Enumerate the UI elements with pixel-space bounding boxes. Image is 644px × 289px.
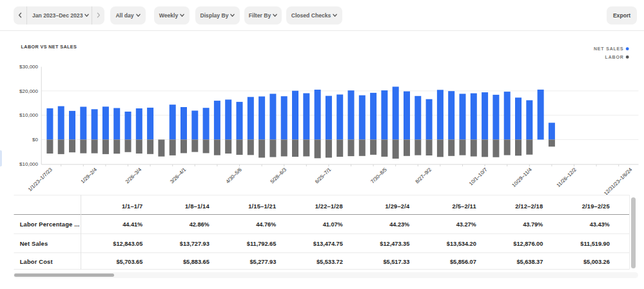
svg-text:LABOR VS NET SALES: LABOR VS NET SALES xyxy=(21,44,77,50)
svg-text:$0: $0 xyxy=(32,137,38,143)
svg-text:Labor Percentage ...: Labor Percentage ... xyxy=(20,221,80,228)
svg-text:1/15–1/21: 1/15–1/21 xyxy=(248,203,276,210)
svg-text:$12,843.05: $12,843.05 xyxy=(113,241,142,247)
svg-text:1/29–2/4: 1/29–2/4 xyxy=(385,203,410,210)
svg-text:44.23%: 44.23% xyxy=(389,221,409,228)
svg-text:$5,638.37: $5,638.37 xyxy=(516,259,543,265)
svg-text:$13,474.75: $13,474.75 xyxy=(313,241,343,247)
svg-text:Net Sales: Net Sales xyxy=(20,241,48,247)
svg-text:1/1–1/7: 1/1–1/7 xyxy=(122,203,142,210)
svg-text:$5,703.65: $5,703.65 xyxy=(116,259,142,265)
svg-text:$12,876.00: $12,876.00 xyxy=(513,241,543,247)
svg-text:2/5–2/11: 2/5–2/11 xyxy=(453,203,476,210)
svg-text:6/25–7/1: 6/25–7/1 xyxy=(314,166,332,184)
svg-text:42.86%: 42.86% xyxy=(190,221,210,228)
svg-text:44.76%: 44.76% xyxy=(256,221,276,228)
svg-text:$11,792.65: $11,792.65 xyxy=(247,241,276,247)
svg-text:2/12–2/18: 2/12–2/18 xyxy=(515,203,543,210)
svg-text:$5,856.07: $5,856.07 xyxy=(450,259,476,265)
svg-text:3/26–4/1: 3/26–4/1 xyxy=(169,166,187,184)
svg-text:10/29–11/4: 10/29–11/4 xyxy=(511,166,533,188)
svg-text:NET SALES: NET SALES xyxy=(594,46,623,51)
svg-text:1/29–2/4: 1/29–2/4 xyxy=(80,166,99,184)
svg-text:8/27–9/2: 8/27–9/2 xyxy=(415,166,433,184)
svg-text:2/19–2/25: 2/19–2/25 xyxy=(582,203,610,210)
svg-text:$5,533.72: $5,533.72 xyxy=(317,259,343,265)
svg-text:$13,727.93: $13,727.93 xyxy=(180,241,210,247)
svg-text:$13,534.20: $13,534.20 xyxy=(447,241,476,247)
svg-text:$10,000: $10,000 xyxy=(19,161,38,167)
svg-text:$11,519.90: $11,519.90 xyxy=(580,241,609,247)
svg-text:2/26–3/4: 2/26–3/4 xyxy=(124,166,143,184)
svg-text:$30,000: $30,000 xyxy=(19,64,38,70)
svg-text:1/8–1/14: 1/8–1/14 xyxy=(185,203,210,210)
svg-text:11/26–12/2: 11/26–12/2 xyxy=(556,166,578,188)
svg-text:43.43%: 43.43% xyxy=(590,221,610,228)
svg-text:7/30–8/5: 7/30–8/5 xyxy=(369,166,388,184)
svg-text:$5,883.65: $5,883.65 xyxy=(183,259,210,265)
svg-text:$5,003.26: $5,003.26 xyxy=(583,259,610,265)
svg-text:Labor Cost: Labor Cost xyxy=(20,259,53,265)
svg-text:$10,000: $10,000 xyxy=(19,112,38,118)
svg-text:41.07%: 41.07% xyxy=(323,221,343,228)
svg-text:$5,517.33: $5,517.33 xyxy=(383,259,409,265)
svg-text:43.27%: 43.27% xyxy=(456,221,476,228)
svg-text:1/1/23–1/7/23: 1/1/23–1/7/23 xyxy=(27,166,54,192)
svg-text:43.79%: 43.79% xyxy=(523,221,543,228)
svg-text:LABOR: LABOR xyxy=(605,55,624,59)
svg-text:44.41%: 44.41% xyxy=(122,221,142,228)
svg-text:$12,473.35: $12,473.35 xyxy=(380,241,409,247)
svg-text:12/31/23–1/6/24: 12/31/23–1/6/24 xyxy=(603,166,634,197)
svg-text:1/22–1/28: 1/22–1/28 xyxy=(315,203,343,210)
svg-text:5/28–6/3: 5/28–6/3 xyxy=(269,166,288,184)
svg-text:$20,000: $20,000 xyxy=(19,88,38,94)
svg-text:$5,277.93: $5,277.93 xyxy=(249,259,276,265)
svg-text:10/1–10/7: 10/1–10/7 xyxy=(468,166,489,186)
svg-text:4/30–5/6: 4/30–5/6 xyxy=(225,166,244,184)
